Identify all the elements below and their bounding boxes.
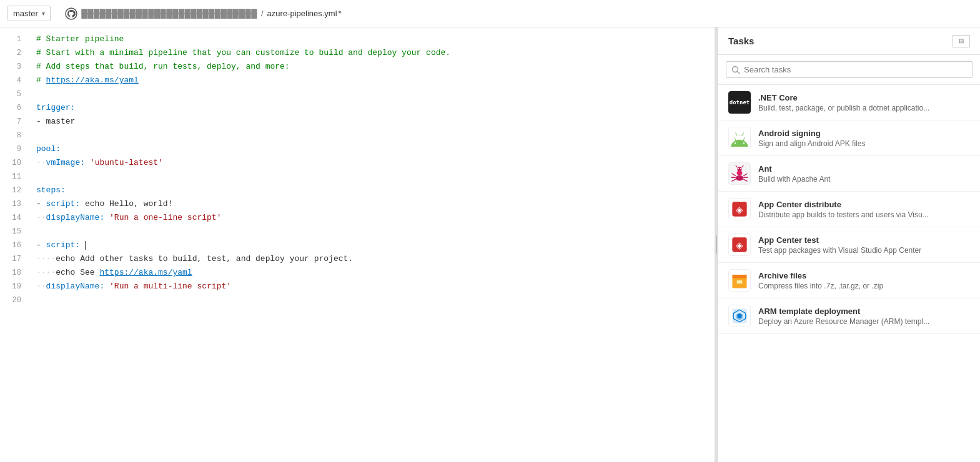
file-modified-indicator: *	[339, 9, 342, 18]
task-item[interactable]: Android signingSign and align Android AP…	[718, 120, 980, 156]
line-content: ··displayName: 'Run a one-line script'	[31, 211, 715, 225]
task-name: App Center test	[758, 235, 970, 245]
token-comment: # Add steps that build, run tests, deplo…	[36, 62, 290, 71]
indent-chars: ····	[36, 268, 56, 277]
task-item[interactable]: ARM template deploymentDeploy an Azure R…	[718, 298, 980, 334]
line-content	[31, 170, 715, 184]
indent-chars: ··	[36, 158, 46, 167]
line-content: pool:	[31, 142, 715, 156]
main-area: 1# Starter pipeline2# Start with a minim…	[0, 27, 980, 462]
line-number: 6	[0, 101, 31, 115]
tasks-search-area	[718, 55, 980, 85]
code-line: 16- script:	[0, 238, 715, 252]
line-content: - script:	[31, 238, 715, 252]
code-line: 17····echo Add other tasks to build, tes…	[0, 252, 715, 266]
line-content: # Starter pipeline	[31, 32, 715, 46]
code-line: 4# https://aka.ms/yaml	[0, 74, 715, 87]
line-number: 17	[0, 252, 31, 266]
token-comment: # Starter pipeline	[36, 34, 124, 44]
code-line: 10··vmImage: 'ubuntu-latest'	[0, 156, 715, 170]
line-content: ····echo See https://aka.ms/yaml	[31, 266, 715, 280]
line-content: - script: echo Hello, world!	[31, 197, 715, 211]
token-string: 'Run a one-line script'	[109, 213, 221, 222]
task-name: .NET Core	[758, 93, 970, 102]
code-line: 6trigger:	[0, 101, 715, 115]
svg-line-2	[738, 71, 740, 74]
line-number: 5	[0, 87, 31, 101]
svg-line-14	[736, 165, 738, 168]
file-name: azure-pipelines.yml	[267, 9, 337, 18]
line-content: # https://aka.ms/yaml	[31, 74, 715, 87]
code-line: 8	[0, 129, 715, 142]
task-icon	[728, 127, 751, 149]
task-icon	[728, 162, 751, 185]
task-list: dotnet.NET CoreBuild, test, package, or …	[718, 85, 980, 462]
svg-point-4	[737, 171, 743, 175]
task-info: App Center testTest app packages with Vi…	[758, 235, 970, 255]
code-line: 5	[0, 87, 715, 101]
task-description: Sign and align Android APK files	[758, 139, 970, 148]
task-icon: ◈	[728, 198, 751, 220]
line-content	[31, 129, 715, 142]
code-line: 12steps:	[0, 184, 715, 197]
panel-splitter[interactable]	[715, 27, 718, 462]
line-content: steps:	[31, 184, 715, 197]
task-item[interactable]: Archive filesCompress files into .7z, .t…	[718, 263, 980, 298]
line-number: 8	[0, 129, 31, 142]
line-content: ··displayName: 'Run a multi-line script'	[31, 280, 715, 293]
line-number: 12	[0, 184, 31, 197]
file-path-separator: /	[261, 9, 264, 18]
token-plain	[80, 240, 85, 250]
header-separator	[57, 9, 59, 18]
code-line: 19··displayName: 'Run a multi-line scrip…	[0, 280, 715, 293]
line-number: 11	[0, 170, 31, 184]
line-number: 1	[0, 32, 31, 46]
token-plain: - master	[36, 117, 75, 126]
code-line: 11	[0, 170, 715, 184]
header-bar: master ▾ █████████████████████████████ /…	[0, 0, 980, 27]
line-number: 15	[0, 225, 31, 238]
code-line: 15	[0, 225, 715, 238]
line-number: 20	[0, 293, 31, 307]
search-input-wrapper[interactable]	[726, 61, 973, 78]
branch-chevron-icon: ▾	[42, 10, 45, 17]
repo-name: █████████████████████████████	[81, 9, 257, 18]
line-number: 19	[0, 280, 31, 293]
task-name: App Center distribute	[758, 200, 970, 209]
code-line: 13- script: echo Hello, world!	[0, 197, 715, 211]
code-line: 2# Start with a minimal pipeline that yo…	[0, 46, 715, 60]
indent-chars: ··	[36, 213, 46, 222]
search-tasks-input[interactable]	[744, 65, 967, 74]
task-item[interactable]: ◈ App Center testTest app packages with …	[718, 227, 980, 263]
branch-selector[interactable]: master ▾	[7, 6, 51, 21]
token-key: vmImage:	[46, 158, 85, 167]
indent-chars: ····	[36, 254, 56, 263]
indent-chars: ··	[36, 282, 46, 291]
task-item[interactable]: ◈ App Center distributeDistribute app bu…	[718, 192, 980, 227]
tasks-collapse-button[interactable]: ⊟	[953, 35, 970, 47]
text-cursor	[85, 241, 86, 250]
task-description: Deploy an Azure Resource Manager (ARM) t…	[758, 317, 970, 326]
task-item[interactable]: dotnet.NET CoreBuild, test, package, or …	[718, 85, 980, 120]
svg-point-12	[738, 168, 739, 169]
tasks-panel-header: Tasks ⊟	[718, 27, 980, 55]
task-item[interactable]: AntBuild with Apache Ant	[718, 156, 980, 192]
token-string: 'ubuntu-latest'	[90, 158, 163, 167]
svg-text:◈: ◈	[736, 240, 743, 250]
code-editor[interactable]: 1# Starter pipeline2# Start with a minim…	[0, 27, 715, 462]
code-line: 20	[0, 293, 715, 307]
token-plain: echo Hello, world!	[80, 199, 172, 209]
line-number: 3	[0, 60, 31, 74]
line-number: 18	[0, 266, 31, 280]
task-description: Build, test, package, or publish a dotne…	[758, 104, 970, 112]
token-plain: -	[36, 199, 46, 209]
task-name: Ant	[758, 164, 970, 174]
line-content	[31, 225, 715, 238]
token-plain	[104, 282, 109, 291]
line-number: 14	[0, 211, 31, 225]
svg-rect-21	[732, 275, 746, 278]
token-string: 'Run a multi-line script'	[109, 282, 231, 291]
code-line: 3# Add steps that build, run tests, depl…	[0, 60, 715, 74]
token-comment: # Start with a minimal pipeline that you…	[36, 48, 450, 57]
svg-point-5	[737, 167, 741, 171]
